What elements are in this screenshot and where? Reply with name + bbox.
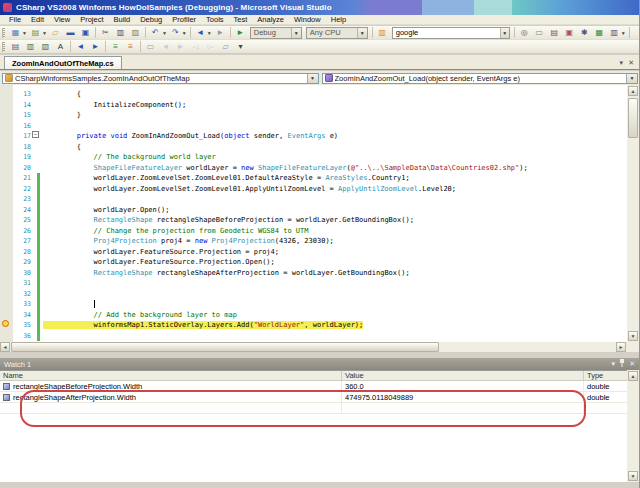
toolbar-grip[interactable]: [2, 28, 5, 38]
code-line-15[interactable]: 15 }: [13, 110, 627, 121]
previous-bookmark-icon[interactable]: ◄: [159, 41, 172, 53]
code-line-31[interactable]: 31: [13, 278, 627, 289]
members-dropdown[interactable]: ZoomInAndZoomOut_Load(object sender, Eve…: [322, 73, 639, 84]
menu-help[interactable]: Help: [326, 15, 351, 25]
window-position-icon[interactable]: ▾: [612, 359, 616, 369]
watch-grid-header[interactable]: Name Value Type: [0, 371, 627, 381]
code-line-32[interactable]: 32: [13, 289, 627, 300]
code-line-20[interactable]: 20 ShapeFileFeatureLayer worldLayer = ne…: [13, 163, 627, 174]
increase-indent-icon[interactable]: ►: [89, 41, 102, 53]
watch-vertical-scrollbar[interactable]: ▲ ▼: [627, 370, 639, 482]
uncomment-icon[interactable]: ≡: [124, 41, 137, 53]
menu-view[interactable]: View: [49, 15, 75, 25]
navigate-backward-icon[interactable]: ◄: [194, 27, 207, 39]
menu-build[interactable]: Build: [109, 15, 136, 25]
save-icon[interactable]: ▬: [64, 27, 77, 39]
menu-project[interactable]: Project: [75, 15, 108, 25]
editor-vertical-scrollbar[interactable]: ▲ ▼: [627, 85, 639, 342]
watch-value-cell[interactable]: 360.0: [342, 381, 584, 391]
toggle-bookmark-icon[interactable]: ▭: [144, 41, 157, 53]
auto-hide-pin-icon[interactable]: [619, 359, 625, 370]
find-symbol-icon[interactable]: ◎: [518, 27, 531, 39]
scroll-down-icon[interactable]: ▼: [628, 471, 638, 481]
watch-name-cell[interactable]: rectangleShapeAfterProjection.Width: [0, 392, 342, 402]
scroll-up-icon[interactable]: ▲: [628, 371, 638, 381]
menu-window[interactable]: Window: [289, 15, 326, 25]
watch-row-3[interactable]: [0, 403, 627, 414]
display-member-list-icon[interactable]: ▤: [9, 41, 22, 53]
chevron-down-icon[interactable]: ▼: [207, 30, 212, 36]
menu-tools[interactable]: Tools: [201, 15, 229, 25]
close-document-icon[interactable]: ✕: [628, 59, 634, 67]
code-line-22[interactable]: 22 worldLayer.ZoomLevelSet.ZoomLevel01.A…: [13, 184, 627, 195]
menu-file[interactable]: File: [4, 15, 26, 25]
column-header-value[interactable]: Value: [342, 371, 584, 380]
watch-name-cell[interactable]: [0, 403, 342, 413]
code-line-13[interactable]: 13 {: [13, 89, 627, 100]
toolbox-icon[interactable]: ▦: [593, 27, 606, 39]
chevron-down-icon[interactable]: ▼: [162, 30, 167, 36]
new-project-icon[interactable]: ▦: [9, 27, 22, 39]
chevron-down-icon[interactable]: ▼: [357, 28, 367, 38]
display-word-completion-icon[interactable]: A: [54, 41, 67, 53]
title-bar[interactable]: CSharp VS2008 Winforms HowDoISamples (De…: [0, 0, 640, 15]
toolbar-grip[interactable]: [2, 42, 5, 52]
breakpoint-indicator-icon[interactable]: [2, 320, 9, 327]
cut-icon[interactable]: ✂: [99, 27, 112, 39]
code-line-33[interactable]: 33: [13, 299, 627, 310]
solution-platform-combo[interactable]: Any CPU ▼: [306, 27, 368, 39]
code-line-35[interactable]: 35 winformsMap1.StaticOverlay.Layers.Add…: [13, 320, 627, 331]
code-line-29[interactable]: 29 worldLayer.FeatureSource.Projection.O…: [13, 257, 627, 268]
comment-out-icon[interactable]: ≡: [109, 41, 122, 53]
chevron-down-icon[interactable]: ▼: [626, 74, 637, 83]
watch-row-2[interactable]: rectangleShapeAfterProjection.Width47497…: [0, 392, 627, 403]
code-line-24[interactable]: 24 worldLayer.Open();: [13, 205, 627, 216]
paste-icon[interactable]: ▨: [129, 27, 142, 39]
code-line-34[interactable]: 34 // Add the background layer to map: [13, 310, 627, 321]
error-list-icon[interactable]: ▣: [563, 27, 576, 39]
code-line-27[interactable]: 27 Proj4Projection proj4 = new Proj4Proj…: [13, 236, 627, 247]
menu-debug[interactable]: Debug: [135, 15, 167, 25]
column-header-name[interactable]: Name: [0, 371, 342, 380]
previous-bookmark-folder-icon[interactable]: ◅: [189, 41, 202, 53]
watch-row-1[interactable]: rectangleShapeBeforeProjection.Width360.…: [0, 381, 627, 392]
next-bookmark-folder-icon[interactable]: ▻: [204, 41, 217, 53]
next-bookmark-icon[interactable]: ►: [174, 41, 187, 53]
scroll-down-icon[interactable]: ▼: [628, 331, 638, 341]
clear-bookmarks-icon[interactable]: ▱: [219, 41, 232, 53]
other-windows-icon[interactable]: ▥: [608, 27, 621, 39]
code-editor[interactable]: 13 {14 InitializeComponent();15 }1617 pr…: [0, 85, 640, 352]
search-input[interactable]: [393, 28, 500, 37]
code-line-36[interactable]: 36: [13, 331, 627, 342]
display-quick-info-icon[interactable]: ▧: [39, 41, 52, 53]
chevron-down-icon[interactable]: ▼: [291, 28, 301, 38]
scrollbar-thumb[interactable]: [628, 98, 638, 138]
editor-horizontal-scrollbar[interactable]: ◄ ►: [0, 342, 627, 352]
code-line-21[interactable]: 21 worldLayer.ZoomLevelSet.ZoomLevel01.D…: [13, 173, 627, 184]
copy-icon[interactable]: ▥: [114, 27, 127, 39]
chevron-down-icon[interactable]: ▼: [42, 30, 47, 36]
breakpoint-margin[interactable]: [0, 85, 13, 342]
code-line-16[interactable]: 16: [13, 121, 627, 132]
scroll-right-icon[interactable]: ►: [616, 342, 626, 352]
add-new-item-icon[interactable]: ▤: [29, 27, 42, 39]
toolbar-options-icon[interactable]: ▾: [234, 41, 247, 53]
code-line-18[interactable]: 18 {: [13, 142, 627, 153]
column-header-type[interactable]: Type: [584, 371, 624, 380]
chevron-down-icon[interactable]: ▼: [621, 30, 626, 36]
code-line-30[interactable]: 30 RectangleShape rectangleShapeAfterPro…: [13, 268, 627, 279]
watch-name-cell[interactable]: rectangleShapeBeforeProjection.Width: [0, 381, 342, 391]
start-debugging-icon[interactable]: ►: [234, 27, 247, 39]
display-parameter-info-icon[interactable]: ▥: [24, 41, 37, 53]
properties-window-icon[interactable]: ✱: [578, 27, 591, 39]
undo-icon[interactable]: ↶: [149, 27, 162, 39]
menu-profiler[interactable]: Profiler: [167, 15, 201, 25]
open-file-icon[interactable]: ▱: [49, 27, 62, 39]
tab-zoominandoutofthemap[interactable]: ZoomInAndOutOfTheMap.cs: [4, 56, 122, 69]
menu-test[interactable]: Test: [229, 15, 253, 25]
scroll-up-icon[interactable]: ▲: [628, 86, 638, 96]
types-dropdown[interactable]: CSharpWinformsSamples.ZoomInAndOutOfTheM…: [2, 73, 319, 84]
watch-value-cell[interactable]: [342, 403, 584, 413]
redo-icon[interactable]: ↷: [169, 27, 182, 39]
watch-value-cell[interactable]: 474975.0118049889: [342, 392, 584, 402]
